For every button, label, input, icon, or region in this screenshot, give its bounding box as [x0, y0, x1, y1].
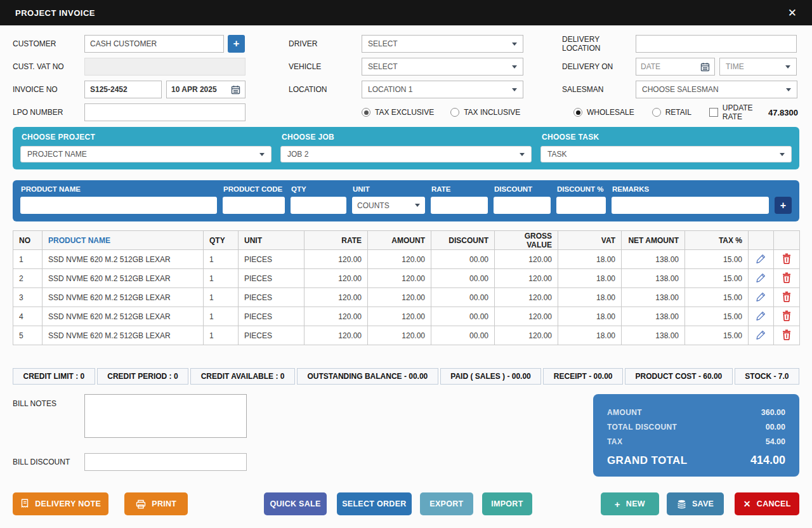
edit-row-button[interactable] — [749, 326, 774, 345]
col-qty: QTY — [204, 231, 239, 250]
export-button[interactable]: EXPORT — [420, 492, 473, 515]
col-gross-value: GROSS VALUE — [495, 231, 558, 250]
lpo-number-input[interactable] — [84, 103, 246, 121]
bill-notes-label: BILL NOTES — [13, 394, 84, 438]
task-select-value: TASK — [547, 150, 566, 159]
product-name-input[interactable] — [20, 197, 217, 214]
bill-discount-input[interactable] — [84, 453, 247, 471]
driver-select[interactable]: SELECT — [362, 35, 523, 53]
job-select-value: JOB 2 — [287, 150, 308, 159]
cell-discount: 00.00 — [431, 269, 495, 288]
cell-qty: 1 — [204, 250, 239, 269]
trash-icon — [782, 333, 792, 342]
cell-net-amount: 138.00 — [622, 288, 685, 307]
delete-row-button[interactable] — [774, 250, 800, 269]
qty-input[interactable] — [291, 197, 346, 214]
location-select[interactable]: LOCATION 1 — [362, 81, 523, 98]
product-code-input[interactable] — [223, 197, 285, 214]
vehicle-select[interactable]: SELECT — [362, 58, 523, 76]
tax-exclusive-radio[interactable] — [362, 108, 370, 117]
add-customer-button[interactable]: + — [228, 35, 245, 53]
calendar-icon[interactable] — [231, 85, 240, 95]
update-rate-checkbox[interactable] — [709, 108, 718, 117]
delivery-note-button[interactable]: DELIVERY NOTE — [13, 492, 108, 515]
form-left-column: CUSTOMER + CUST. VAT NO INVOICE NO 10 AP… — [13, 34, 289, 126]
cell-net-amount: 138.00 — [622, 269, 685, 288]
invoice-date-field[interactable]: 10 APR 2025 — [166, 81, 246, 98]
tax-inclusive-radio[interactable] — [450, 108, 459, 117]
new-label: NEW — [626, 499, 645, 508]
cust-vat-input[interactable] — [84, 58, 246, 76]
edit-row-button[interactable] — [749, 307, 774, 326]
calendar-icon[interactable] — [700, 62, 710, 72]
invoice-no-label: INVOICE NO — [13, 85, 84, 94]
new-button[interactable]: + NEW — [601, 492, 659, 515]
discount-pct-input[interactable] — [556, 197, 606, 214]
add-product-line-button[interactable]: + — [775, 197, 792, 214]
cell-vat: 18.00 — [558, 269, 622, 288]
tax-inclusive-option[interactable]: TAX INCLUSIVE — [450, 108, 520, 117]
col-discount: DISCOUNT — [431, 231, 495, 250]
import-button[interactable]: IMPORT — [482, 492, 532, 515]
cell-discount: 00.00 — [431, 288, 495, 307]
choose-task-label: CHOOSE TASK — [542, 133, 792, 142]
col-product-name[interactable]: PRODUCT NAME — [43, 231, 204, 250]
delete-row-button[interactable] — [774, 307, 800, 326]
discount-input[interactable] — [494, 197, 551, 214]
delete-row-button[interactable] — [774, 288, 800, 307]
table-row: 1 SSD NVME 620 M.2 512GB LEXAR 1 PIECES … — [13, 250, 800, 269]
delivery-location-input[interactable] — [636, 35, 797, 53]
cancel-label: CANCEL — [757, 499, 791, 508]
salesman-select-value: CHOOSE SALESMAN — [642, 85, 719, 94]
customer-input[interactable] — [84, 35, 224, 53]
credit-info-item: CREDIT AVAILABLE : 0 — [190, 368, 295, 385]
task-select[interactable]: TASK — [540, 146, 792, 162]
chevron-down-icon — [520, 153, 525, 156]
update-rate-option[interactable]: UPDATE RATE — [709, 103, 768, 121]
delivery-date-field[interactable]: DATE — [636, 58, 715, 76]
delivery-time-select[interactable]: TIME — [719, 58, 797, 76]
select-order-button[interactable]: SELECT ORDER — [337, 492, 412, 515]
remarks-input[interactable] — [612, 197, 769, 214]
bill-notes-textarea[interactable] — [84, 394, 247, 438]
totals-panel: AMOUNT 360.00 TOTAL DISCOUNT 00.00 TAX 5… — [593, 394, 799, 477]
tax-exclusive-option[interactable]: TAX EXCLUSIVE — [362, 108, 434, 117]
cust-vat-label: CUST. VAT NO — [13, 62, 84, 71]
cell-qty: 1 — [204, 326, 239, 345]
project-select[interactable]: PROJECT NAME — [20, 146, 272, 162]
wholesale-option[interactable]: WHOLESALE — [573, 108, 634, 117]
credit-info-item: STOCK - 7.0 — [735, 368, 799, 385]
quick-sale-button[interactable]: QUICK SALE — [264, 492, 327, 515]
cell-gross-value: 120.00 — [495, 326, 558, 345]
unit-select[interactable]: COUNTS — [352, 197, 425, 214]
save-button[interactable]: SAVE — [667, 492, 724, 515]
col-net-amount: NET AMOUNT — [622, 231, 685, 250]
job-select[interactable]: JOB 2 — [280, 146, 532, 162]
rate-input[interactable] — [431, 197, 488, 214]
cancel-button[interactable]: ✕ CANCEL — [735, 492, 799, 515]
edit-row-button[interactable] — [749, 250, 774, 269]
chevron-down-icon — [780, 153, 785, 156]
remarks-label: REMARKS — [612, 185, 769, 193]
cell-amount: 120.00 — [368, 288, 431, 307]
wholesale-radio[interactable] — [573, 108, 582, 117]
cell-unit: PIECES — [239, 307, 304, 326]
table-row: 3 SSD NVME 620 M.2 512GB LEXAR 1 PIECES … — [13, 288, 800, 307]
print-button[interactable]: PRINT — [124, 492, 188, 515]
driver-label: DRIVER — [289, 39, 362, 48]
pencil-icon — [756, 295, 766, 304]
col-delete — [774, 231, 800, 250]
credit-info-item: RECEIPT - 00.00 — [543, 368, 623, 385]
qty-label: QTY — [291, 185, 346, 193]
retail-radio[interactable] — [652, 108, 661, 117]
delete-row-button[interactable] — [774, 326, 800, 345]
salesman-select[interactable]: CHOOSE SALESMAN — [636, 81, 797, 98]
retail-option[interactable]: RETAIL — [652, 108, 691, 117]
invoice-no-input[interactable] — [84, 81, 162, 98]
close-icon[interactable]: ✕ — [788, 8, 797, 18]
edit-row-button[interactable] — [749, 288, 774, 307]
delete-row-button[interactable] — [774, 269, 800, 288]
edit-row-button[interactable] — [749, 269, 774, 288]
cell-qty: 1 — [204, 269, 239, 288]
tax-label: TAX — [607, 437, 622, 446]
